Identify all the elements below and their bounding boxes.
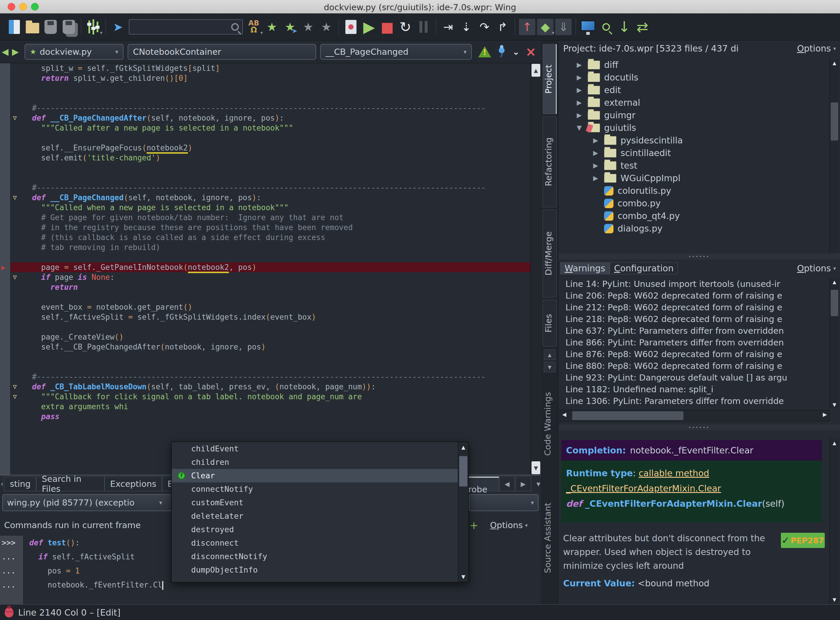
warnings-options-button[interactable]: Options▾ xyxy=(797,263,836,274)
fold-icon[interactable]: ▽ xyxy=(13,382,17,392)
expand-icon[interactable]: ▶ xyxy=(591,162,600,169)
save-icon[interactable] xyxy=(42,18,60,36)
expand-icon[interactable]: ▶ xyxy=(575,61,584,69)
method-dropdown[interactable]: __CB_PageChanged ▾ xyxy=(320,44,472,60)
debug-probe-right-dropdown[interactable]: ▾ xyxy=(469,494,538,511)
tab-testing[interactable]: sting xyxy=(4,477,36,491)
class-dropdown[interactable]: CNotebookContainer xyxy=(128,44,316,60)
tab-strip-up-icon[interactable]: ▲ xyxy=(544,349,556,360)
refresh-icon[interactable]: ⇄ xyxy=(633,18,652,36)
scroll-up-icon[interactable]: ▲ xyxy=(830,279,839,285)
warning-row[interactable]: Line 212: Pep8: W602 deprecated form of … xyxy=(560,301,829,313)
autocomplete-item[interactable]: connectNotify xyxy=(172,482,468,496)
tree-item-dialogs.py[interactable]: dialogs.py xyxy=(559,222,829,235)
scroll-up-icon[interactable]: ▲ xyxy=(458,444,469,450)
save-all-icon[interactable] xyxy=(60,18,78,36)
search-replace-icon[interactable]: ABΩ▾ xyxy=(245,18,263,36)
tab-configuration[interactable]: Configuration xyxy=(610,262,678,274)
fold-icon[interactable]: ▽ xyxy=(13,193,17,203)
tree-item-guimgr[interactable]: ▶guimgr xyxy=(559,109,829,122)
pin-icon[interactable] xyxy=(499,47,505,53)
panel-menu-icon[interactable]: ▾ xyxy=(536,477,541,491)
autocomplete-item[interactable]: fClear xyxy=(172,469,468,482)
collapse-icon[interactable]: ▼ xyxy=(575,124,584,131)
bookmark-icon[interactable]: ★ xyxy=(263,18,281,36)
warning-row[interactable]: Line 14: PyLint: Unused import itertools… xyxy=(560,278,829,290)
sidebar-tab-project[interactable]: Project xyxy=(542,44,557,114)
expand-icon[interactable]: ▶ xyxy=(575,111,584,119)
step-out-icon[interactable]: ↱ xyxy=(493,18,512,36)
warnings-horizontal-scrollbar[interactable]: ◀ ▶ xyxy=(560,410,829,421)
scroll-down-icon[interactable]: ▼ xyxy=(830,402,839,408)
warning-row[interactable]: Line 206: Pep8: W602 deprecated form of … xyxy=(560,290,829,301)
scroll-left-icon[interactable]: ◀ xyxy=(562,411,567,417)
debug-stop-icon[interactable]: ■ xyxy=(378,18,396,36)
autocomplete-item[interactable]: disconnectNotify xyxy=(172,550,468,563)
tab-strip-down-icon[interactable]: ▼ xyxy=(544,362,556,372)
probe-options-button[interactable]: Options▾ xyxy=(490,520,528,530)
toolbar-search-input[interactable] xyxy=(129,19,243,35)
tab-scroll-fwd-button[interactable]: ▶ xyxy=(515,477,531,491)
expand-icon[interactable]: ▶ xyxy=(591,149,600,157)
next-bookmark-icon[interactable]: ★ xyxy=(317,18,335,36)
frame-up-icon[interactable]: ↑ xyxy=(518,18,536,36)
select-cursor-icon[interactable]: ➤ xyxy=(109,18,127,36)
frame-down-icon[interactable]: ⇓ xyxy=(554,18,573,36)
sidebar-tab-files[interactable]: Files xyxy=(542,300,557,346)
fold-icon[interactable]: ▽ xyxy=(13,392,17,402)
tree-item-guiutils[interactable]: ▼guiutils xyxy=(559,122,829,134)
tree-item-diff[interactable]: ▶diff xyxy=(559,59,829,71)
debug-run-icon[interactable]: ▶ xyxy=(360,18,378,36)
debug-restart-icon[interactable]: ↻ xyxy=(396,18,415,36)
autocomplete-item[interactable]: childEvent xyxy=(172,442,468,456)
tab-scroll-left-icon[interactable]: ‹ xyxy=(0,477,4,491)
goto-bookmark-icon[interactable]: ★ xyxy=(281,18,299,36)
sidebar-tab-refactoring[interactable]: Refactoring xyxy=(542,116,557,207)
expand-icon[interactable]: ▶ xyxy=(575,86,584,94)
tab-warnings[interactable]: Warnings xyxy=(560,262,610,274)
nav-back-icon[interactable]: ◀ xyxy=(2,47,9,57)
runtime-type-link[interactable]: callable method xyxy=(639,468,709,478)
scroll-up-icon[interactable]: ▲ xyxy=(830,440,839,446)
current-frame-icon[interactable]: ◆▾ xyxy=(536,18,554,36)
chevron-down-icon[interactable]: ⌄ xyxy=(512,47,520,57)
search-code-icon[interactable] xyxy=(597,18,615,36)
debug-position-icon[interactable]: ▶ xyxy=(1,263,5,272)
indentation-icon[interactable]: ▾ xyxy=(84,18,102,36)
breakpoint-icon[interactable] xyxy=(342,18,360,36)
pause-icon[interactable] xyxy=(415,18,433,36)
python-shell-icon[interactable] xyxy=(579,18,597,36)
tab-exceptions[interactable]: Exceptions xyxy=(105,477,162,491)
assistant-scrollbar[interactable]: ▲ ▼ xyxy=(829,438,839,604)
debug-process-dropdown[interactable]: wing.py (pid 85777) (exceptio ▾ xyxy=(2,494,172,511)
autocomplete-item[interactable]: dumpObjectInfo xyxy=(172,563,468,577)
tree-item-external[interactable]: ▶external xyxy=(559,96,829,109)
project-tree[interactable]: ▶diff▶docutils▶edit▶external▶guimgr▼guiu… xyxy=(559,59,829,252)
warning-row[interactable]: Line 218: Pep8: W602 deprecated form of … xyxy=(560,313,829,325)
project-scrollbar[interactable]: ▲ xyxy=(829,59,839,252)
bug-icon[interactable] xyxy=(5,607,14,617)
tree-item-combo.py[interactable]: combo.py xyxy=(559,197,829,209)
editor-vertical-scrollbar[interactable]: ▲ ▼ xyxy=(530,63,541,475)
expand-icon[interactable]: ▶ xyxy=(591,137,600,144)
expand-icon[interactable]: ▶ xyxy=(575,99,584,106)
tab-search-in-files[interactable]: Search in Files xyxy=(36,477,105,491)
close-editor-icon[interactable]: × xyxy=(525,45,536,58)
warnings-indicator-icon[interactable] xyxy=(478,46,491,57)
warning-row[interactable]: Line 637: PyLint: Parameters differ from… xyxy=(560,325,829,337)
tree-item-combo_qt4.py[interactable]: combo_qt4.py xyxy=(559,209,829,222)
scroll-right-icon[interactable]: ▶ xyxy=(823,411,827,417)
warning-row[interactable]: Line 876: Pep8: W602 deprecated form of … xyxy=(560,348,829,360)
nav-forward-icon[interactable]: ▶ xyxy=(12,47,19,57)
fold-icon[interactable]: ▽ xyxy=(13,113,17,123)
popup-scroll-thumb[interactable] xyxy=(459,456,467,486)
step-over-icon[interactable]: ↷ xyxy=(475,18,493,36)
prev-bookmark-icon[interactable]: ★ xyxy=(299,18,317,36)
scroll-down-icon[interactable]: ▼ xyxy=(458,574,469,579)
autocomplete-item[interactable]: deleteLater xyxy=(172,509,468,523)
tree-item-scintillaedit[interactable]: ▶scintillaedit xyxy=(559,147,829,159)
expand-icon[interactable]: ▶ xyxy=(575,74,584,81)
code-editor[interactable]: split_w = self._fGtkSplitWidgets[split] … xyxy=(0,63,530,475)
panel-splitter[interactable]: •••••• xyxy=(559,253,840,259)
scroll-down-icon[interactable]: ▼ xyxy=(532,461,540,474)
